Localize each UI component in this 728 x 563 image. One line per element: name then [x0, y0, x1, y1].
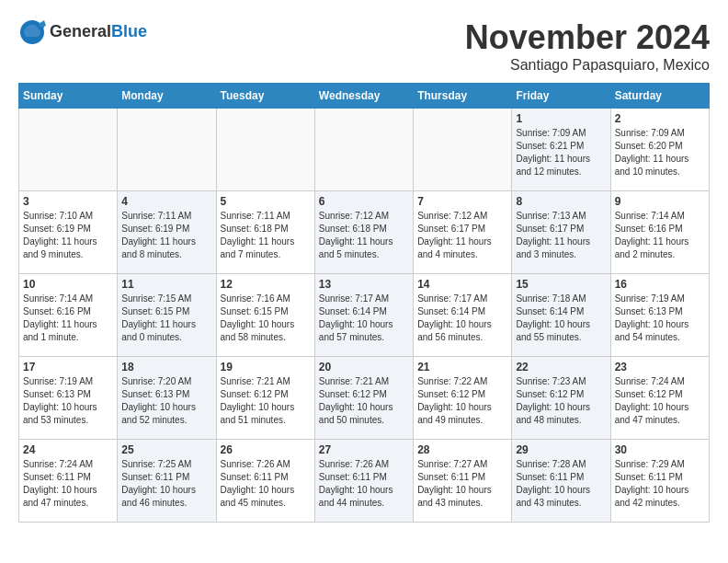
calendar-cell: 26Sunrise: 7:26 AM Sunset: 6:11 PM Dayli…	[216, 440, 314, 523]
day-info: Sunrise: 7:12 AM Sunset: 6:18 PM Dayligh…	[319, 210, 409, 261]
day-info: Sunrise: 7:14 AM Sunset: 6:16 PM Dayligh…	[615, 210, 705, 261]
calendar-day-header: Sunday	[19, 84, 118, 109]
calendar-cell: 11Sunrise: 7:15 AM Sunset: 6:15 PM Dayli…	[118, 274, 216, 357]
day-number: 8	[516, 195, 606, 208]
day-number: 10	[23, 278, 113, 291]
calendar-week-row: 3Sunrise: 7:10 AM Sunset: 6:19 PM Daylig…	[19, 191, 710, 274]
calendar-cell: 16Sunrise: 7:19 AM Sunset: 6:13 PM Dayli…	[610, 274, 709, 357]
day-info: Sunrise: 7:19 AM Sunset: 6:13 PM Dayligh…	[615, 293, 705, 344]
day-info: Sunrise: 7:14 AM Sunset: 6:16 PM Dayligh…	[23, 293, 113, 344]
day-info: Sunrise: 7:23 AM Sunset: 6:12 PM Dayligh…	[516, 375, 606, 427]
calendar-cell: 10Sunrise: 7:14 AM Sunset: 6:16 PM Dayli…	[19, 274, 118, 357]
day-info: Sunrise: 7:24 AM Sunset: 6:11 PM Dayligh…	[23, 458, 113, 510]
day-number: 23	[615, 361, 705, 373]
calendar-week-row: 17Sunrise: 7:19 AM Sunset: 6:13 PM Dayli…	[19, 357, 710, 440]
day-number: 1	[516, 112, 606, 125]
day-number: 6	[319, 195, 409, 208]
day-info: Sunrise: 7:10 AM Sunset: 6:19 PM Dayligh…	[23, 210, 113, 261]
calendar-cell: 19Sunrise: 7:21 AM Sunset: 6:12 PM Dayli…	[216, 357, 314, 440]
day-number: 14	[417, 278, 507, 291]
calendar-cell	[414, 109, 512, 191]
day-info: Sunrise: 7:26 AM Sunset: 6:11 PM Dayligh…	[319, 458, 409, 510]
calendar-cell: 30Sunrise: 7:29 AM Sunset: 6:11 PM Dayli…	[610, 440, 709, 523]
calendar-day-header: Friday	[512, 84, 610, 109]
day-number: 13	[319, 278, 409, 291]
location-title: Santiago Papasquiaro, Mexico	[465, 57, 710, 74]
day-number: 7	[417, 195, 507, 208]
day-info: Sunrise: 7:11 AM Sunset: 6:18 PM Dayligh…	[221, 210, 311, 261]
day-info: Sunrise: 7:21 AM Sunset: 6:12 PM Dayligh…	[221, 375, 311, 427]
calendar-cell: 15Sunrise: 7:18 AM Sunset: 6:14 PM Dayli…	[512, 274, 610, 357]
calendar-cell: 12Sunrise: 7:16 AM Sunset: 6:15 PM Dayli…	[216, 274, 314, 357]
calendar-cell	[118, 109, 216, 191]
calendar-cell: 5Sunrise: 7:11 AM Sunset: 6:18 PM Daylig…	[216, 191, 314, 274]
day-info: Sunrise: 7:18 AM Sunset: 6:14 PM Dayligh…	[516, 293, 606, 344]
calendar-cell	[19, 109, 118, 191]
calendar-day-header: Monday	[118, 84, 216, 109]
day-number: 3	[23, 195, 113, 208]
day-info: Sunrise: 7:27 AM Sunset: 6:11 PM Dayligh…	[417, 458, 507, 510]
day-number: 29	[516, 443, 606, 456]
calendar-cell: 17Sunrise: 7:19 AM Sunset: 6:13 PM Dayli…	[19, 357, 118, 440]
calendar-day-header: Wednesday	[314, 84, 413, 109]
calendar-cell: 4Sunrise: 7:11 AM Sunset: 6:19 PM Daylig…	[118, 191, 216, 274]
day-number: 18	[121, 361, 211, 373]
day-number: 25	[121, 443, 211, 456]
calendar-cell	[314, 109, 413, 191]
day-info: Sunrise: 7:22 AM Sunset: 6:12 PM Dayligh…	[417, 375, 507, 427]
logo: GeneralBlue	[18, 18, 147, 46]
day-info: Sunrise: 7:29 AM Sunset: 6:11 PM Dayligh…	[615, 458, 705, 510]
day-info: Sunrise: 7:24 AM Sunset: 6:12 PM Dayligh…	[615, 375, 705, 427]
calendar-body: 1Sunrise: 7:09 AM Sunset: 6:21 PM Daylig…	[19, 109, 710, 523]
logo-general-text: General	[50, 22, 111, 40]
calendar-table: SundayMondayTuesdayWednesdayThursdayFrid…	[18, 83, 710, 523]
title-block: November 2024 Santiago Papasquiaro, Mexi…	[465, 18, 710, 74]
day-number: 24	[23, 443, 113, 456]
calendar-cell: 6Sunrise: 7:12 AM Sunset: 6:18 PM Daylig…	[314, 191, 413, 274]
month-title: November 2024	[465, 18, 710, 57]
day-number: 22	[516, 361, 606, 373]
calendar-cell: 2Sunrise: 7:09 AM Sunset: 6:20 PM Daylig…	[610, 109, 709, 191]
day-info: Sunrise: 7:17 AM Sunset: 6:14 PM Dayligh…	[417, 293, 507, 344]
calendar-header-row: SundayMondayTuesdayWednesdayThursdayFrid…	[19, 84, 710, 109]
day-number: 2	[615, 112, 705, 125]
day-info: Sunrise: 7:21 AM Sunset: 6:12 PM Dayligh…	[319, 375, 409, 427]
day-number: 9	[615, 195, 705, 208]
day-number: 28	[417, 443, 507, 456]
calendar-week-row: 24Sunrise: 7:24 AM Sunset: 6:11 PM Dayli…	[19, 440, 710, 523]
logo-icon	[18, 18, 46, 46]
calendar-cell: 29Sunrise: 7:28 AM Sunset: 6:11 PM Dayli…	[512, 440, 610, 523]
calendar-cell: 3Sunrise: 7:10 AM Sunset: 6:19 PM Daylig…	[19, 191, 118, 274]
calendar-cell: 20Sunrise: 7:21 AM Sunset: 6:12 PM Dayli…	[314, 357, 413, 440]
calendar-day-header: Saturday	[610, 84, 709, 109]
calendar-cell: 23Sunrise: 7:24 AM Sunset: 6:12 PM Dayli…	[610, 357, 709, 440]
day-number: 16	[615, 278, 705, 291]
header: GeneralBlue November 2024 Santiago Papas…	[18, 18, 710, 74]
calendar-cell: 14Sunrise: 7:17 AM Sunset: 6:14 PM Dayli…	[414, 274, 512, 357]
day-info: Sunrise: 7:09 AM Sunset: 6:20 PM Dayligh…	[615, 127, 705, 178]
day-number: 12	[221, 278, 311, 291]
day-number: 30	[615, 443, 705, 456]
calendar-cell: 27Sunrise: 7:26 AM Sunset: 6:11 PM Dayli…	[314, 440, 413, 523]
day-number: 27	[319, 443, 409, 456]
calendar-cell: 18Sunrise: 7:20 AM Sunset: 6:13 PM Dayli…	[118, 357, 216, 440]
day-info: Sunrise: 7:28 AM Sunset: 6:11 PM Dayligh…	[516, 458, 606, 510]
day-number: 26	[221, 443, 311, 456]
day-info: Sunrise: 7:26 AM Sunset: 6:11 PM Dayligh…	[221, 458, 311, 510]
calendar-cell: 9Sunrise: 7:14 AM Sunset: 6:16 PM Daylig…	[610, 191, 709, 274]
day-number: 15	[516, 278, 606, 291]
day-number: 20	[319, 361, 409, 373]
logo-blue-text: Blue	[111, 22, 147, 40]
calendar-day-header: Tuesday	[216, 84, 314, 109]
calendar-cell: 13Sunrise: 7:17 AM Sunset: 6:14 PM Dayli…	[314, 274, 413, 357]
day-info: Sunrise: 7:15 AM Sunset: 6:15 PM Dayligh…	[121, 293, 211, 344]
day-info: Sunrise: 7:13 AM Sunset: 6:17 PM Dayligh…	[516, 210, 606, 261]
calendar-day-header: Thursday	[414, 84, 512, 109]
day-info: Sunrise: 7:16 AM Sunset: 6:15 PM Dayligh…	[221, 293, 311, 344]
day-number: 21	[417, 361, 507, 373]
day-number: 4	[121, 195, 211, 208]
day-number: 17	[23, 361, 113, 373]
day-info: Sunrise: 7:17 AM Sunset: 6:14 PM Dayligh…	[319, 293, 409, 344]
day-info: Sunrise: 7:20 AM Sunset: 6:13 PM Dayligh…	[121, 375, 211, 427]
day-info: Sunrise: 7:12 AM Sunset: 6:17 PM Dayligh…	[417, 210, 507, 261]
